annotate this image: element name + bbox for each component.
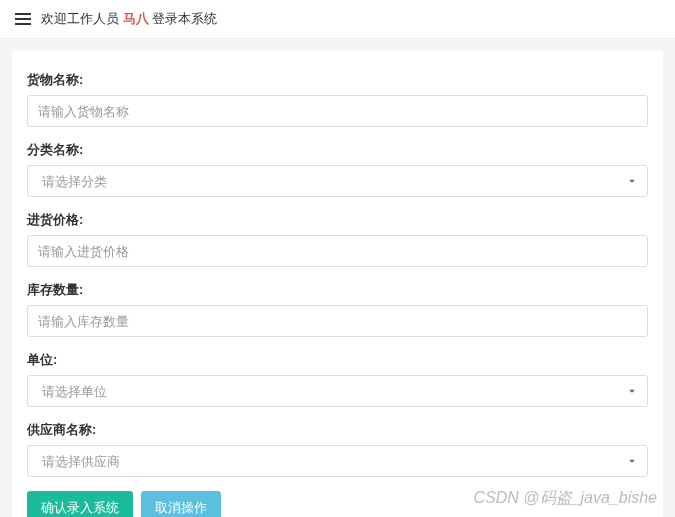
category-select[interactable]: 请选择分类	[27, 165, 648, 197]
goods-name-input[interactable]	[27, 95, 648, 127]
form-container: 货物名称: 分类名称: 请选择分类 进货价格: 库存数量: 单位: 请选择单位 …	[12, 51, 663, 517]
stock-quantity-input[interactable]	[27, 305, 648, 337]
goods-name-label: 货物名称:	[27, 71, 648, 89]
form-group-stock-quantity: 库存数量:	[27, 281, 648, 337]
purchase-price-input[interactable]	[27, 235, 648, 267]
stock-quantity-label: 库存数量:	[27, 281, 648, 299]
submit-button[interactable]: 确认录入系统	[27, 491, 133, 517]
form-group-category: 分类名称: 请选择分类	[27, 141, 648, 197]
menu-icon[interactable]	[15, 13, 31, 25]
form-group-goods-name: 货物名称:	[27, 71, 648, 127]
form-group-purchase-price: 进货价格:	[27, 211, 648, 267]
unit-label: 单位:	[27, 351, 648, 369]
cancel-button[interactable]: 取消操作	[141, 491, 221, 517]
form-group-supplier: 供应商名称: 请选择供应商	[27, 421, 648, 477]
unit-select[interactable]: 请选择单位	[27, 375, 648, 407]
welcome-suffix: 登录本系统	[152, 11, 217, 26]
welcome-text: 欢迎工作人员 马八 登录本系统	[41, 10, 217, 28]
welcome-prefix: 欢迎工作人员	[41, 11, 119, 26]
page-header: 欢迎工作人员 马八 登录本系统	[0, 0, 675, 39]
category-label: 分类名称:	[27, 141, 648, 159]
form-group-unit: 单位: 请选择单位	[27, 351, 648, 407]
supplier-select[interactable]: 请选择供应商	[27, 445, 648, 477]
button-row: 确认录入系统 取消操作	[27, 491, 648, 517]
username: 马八	[123, 11, 149, 26]
supplier-label: 供应商名称:	[27, 421, 648, 439]
purchase-price-label: 进货价格:	[27, 211, 648, 229]
